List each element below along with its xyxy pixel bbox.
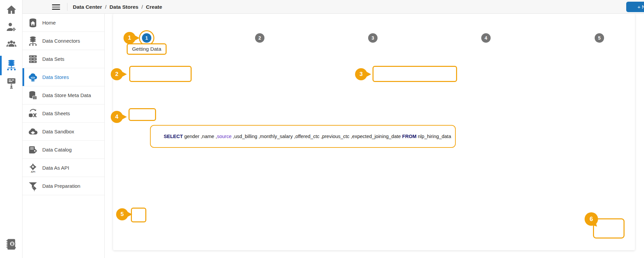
sidebar-item-data-stores[interactable]: Data Stores [22, 68, 104, 86]
sidebar-item-label: Data Stores [42, 74, 69, 80]
sidebar-item-label: Data Sets [42, 56, 64, 62]
callout-badge-1: 1 [123, 32, 136, 44]
annotation-box-query-line: SELECT gender ,name ,source ,usd_billing… [150, 125, 456, 148]
sidebar-item-data-sets[interactable]: Data Sets [22, 50, 104, 68]
sidebar-item-data-catalog[interactable]: Data Catalog [22, 141, 104, 159]
breadcrumb-separator: / [105, 4, 106, 10]
step-1-circle[interactable]: 1 [142, 33, 151, 43]
breadcrumb-item-data-center[interactable]: Data Center [73, 4, 102, 10]
top-bar: Data Center / Data Stores / Create + New [22, 0, 644, 14]
sidebar-item-data-preparation[interactable]: Data Preparation [22, 177, 104, 195]
home-icon[interactable] [6, 4, 17, 15]
data-center-icon[interactable] [6, 58, 17, 72]
sidebar-item-data-store-meta-data[interactable]: </> Data Store Meta Data [22, 86, 104, 104]
callout-badge-6: 6 [585, 212, 598, 226]
callout-badge-4: 4 [111, 111, 123, 123]
users-icon[interactable] [6, 39, 17, 49]
data-store-meta-icon: </> [28, 90, 38, 100]
sidebar-item-label: Data As API [42, 165, 69, 171]
breadcrumb: Data Center / Data Stores / Create [73, 4, 162, 10]
app-root: Data Center / Data Stores / Create + New… [0, 0, 644, 258]
sidebar-item-data-sandbox[interactable]: Data Sandbox [22, 123, 104, 141]
step-4-circle[interactable]: 4 [481, 33, 491, 43]
icon-rail [0, 0, 22, 258]
breadcrumb-item-create[interactable]: Create [146, 4, 162, 10]
rail-active-indicator [0, 56, 2, 75]
sidebar-item-label: Data Catalog [42, 147, 72, 153]
data-connectors-icon [28, 36, 38, 46]
data-preparation-icon [28, 181, 38, 191]
step-5-circle[interactable]: 5 [595, 33, 604, 43]
callout-badge-2: 2 [111, 68, 123, 80]
sidebar-item-label: Data Preparation [42, 183, 80, 189]
callout-badge-5: 5 [116, 208, 128, 220]
topbar-divider [67, 3, 67, 11]
sidebar-item-label: Home [42, 20, 56, 26]
sidebar-item-data-connectors[interactable]: Data Connectors [22, 32, 104, 50]
svg-text:API: API [31, 170, 35, 173]
sidebar: Home Data Connectors Data Sets Data Stor… [22, 14, 105, 258]
step-3-circle[interactable]: 3 [368, 33, 378, 43]
step-1-label: Getting Data [127, 43, 166, 55]
sidebar-item-label: Data Sandbox [42, 129, 74, 134]
data-stores-icon [28, 72, 38, 82]
sidebar-item-label: Data Sheets [42, 111, 70, 116]
callout-badge-3: 3 [355, 68, 367, 80]
user-settings-icon[interactable] [6, 22, 17, 32]
sidebar-item-home[interactable]: Home [22, 14, 104, 32]
breadcrumb-separator: / [141, 4, 143, 10]
data-sets-icon [28, 54, 38, 64]
sidebar-item-data-sheets[interactable]: Data Sheets [22, 104, 104, 123]
feedback-board-icon[interactable] [6, 77, 17, 89]
data-discovery-icon[interactable] [5, 238, 18, 252]
svg-text:</>: </> [33, 96, 37, 99]
data-catalog-icon [28, 145, 38, 155]
sidebar-item-data-as-api[interactable]: API Data As API [22, 159, 104, 177]
sidebar-item-label: Data Connectors [42, 38, 80, 44]
breadcrumb-item-data-stores[interactable]: Data Stores [109, 4, 138, 10]
sql-code-line[interactable]: SELECT gender ,name ,source ,usd_billing… [164, 134, 451, 139]
data-sheets-icon [28, 109, 38, 119]
sidebar-item-label: Data Store Meta Data [42, 92, 91, 98]
home-data-icon [28, 18, 38, 28]
data-as-api-icon: API [28, 163, 38, 173]
menu-icon[interactable] [52, 4, 60, 10]
step-2-circle[interactable]: 2 [255, 33, 264, 43]
new-button[interactable]: + New [626, 2, 644, 12]
data-sandbox-icon [28, 127, 38, 137]
